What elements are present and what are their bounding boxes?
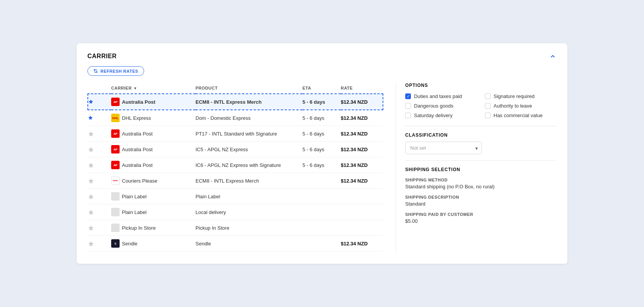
carrier-name: Plain Label [122, 209, 146, 215]
star-icon[interactable] [88, 131, 93, 136]
carrier-logo: DHL [111, 114, 120, 122]
table-row[interactable]: AP Australia Post IC6 - APGL NZ Express … [88, 157, 383, 173]
checkbox-duties[interactable] [405, 93, 411, 99]
product-cell: Dom - Domestic Express [196, 110, 302, 126]
row-actions [88, 173, 111, 189]
row-actions [88, 94, 111, 110]
shipping-method-label: SHIPPING METHOD [405, 178, 557, 182]
rate-cell: $12.34 NZD [341, 157, 383, 173]
carrier-table-section: CARRIER ▾ PRODUCT ETA RATE [87, 83, 383, 251]
carrier-logo: S [111, 239, 120, 248]
eta-cell: 5 - 6 days [302, 110, 341, 126]
carrier-cell: AP Australia Post [111, 126, 196, 142]
carrier-name: DHL Express [122, 115, 151, 121]
carrier-cell: Couriers Please [111, 173, 196, 189]
product-cell: ECM8 - INTL Express Merch [196, 94, 302, 110]
row-actions [88, 110, 111, 126]
table-row[interactable]: Plain Label Plain Label [88, 189, 383, 204]
shipping-description-field: SHIPPING DESCRIPTION Standard [405, 195, 557, 207]
shipping-paid-label: SHIPPING PAID BY CUSTOMER [405, 212, 557, 217]
row-actions [88, 204, 111, 220]
carrier-card: CARRIER REFRESH RATES CARRIER ▾ PRODU [77, 43, 567, 264]
row-actions [88, 126, 111, 142]
option-label-saturday: Saturday delivery [414, 113, 452, 118]
checkbox-commercial[interactable] [485, 113, 491, 118]
carrier-name: Australia Post [122, 147, 153, 152]
table-row[interactable]: AP Australia Post ECM8 - INTL Express Me… [88, 94, 383, 110]
rate-cell: $12.34 NZD [341, 94, 383, 110]
star-icon[interactable] [88, 162, 93, 168]
star-icon[interactable] [88, 147, 93, 152]
carrier-logo: AP [111, 145, 120, 154]
eta-cell: 5 - 6 days [302, 126, 341, 142]
carrier-table: CARRIER ▾ PRODUCT ETA RATE [87, 83, 383, 251]
row-actions [88, 236, 111, 251]
refresh-icon [93, 69, 98, 73]
shipping-selection-title: SHIPPING SELECTION [405, 167, 557, 172]
rate-cell: $12.34 NZD [341, 236, 383, 251]
eta-cell [302, 236, 341, 251]
table-row[interactable]: Pickup In Store Pickup In Store [88, 220, 383, 236]
option-authority: Authority to leave [485, 103, 557, 109]
carrier-logo [111, 176, 120, 185]
star-icon[interactable] [88, 209, 93, 215]
star-icon[interactable] [88, 178, 93, 183]
carrier-cell: AP Australia Post [111, 94, 196, 110]
section-divider-2 [405, 160, 557, 161]
classification-select-wrapper: Not setDocumentGiftSampleSale of GoodsRe… [405, 142, 482, 154]
options-section: OPTIONS Duties and taxes paid Signature … [396, 83, 557, 251]
classification-select[interactable]: Not setDocumentGiftSampleSale of GoodsRe… [405, 142, 482, 154]
carrier-cell: AP Australia Post [111, 142, 196, 157]
option-label-dangerous: Dangerous goods [414, 103, 453, 109]
refresh-rates-button[interactable]: REFRESH RATES [87, 66, 144, 76]
star-icon[interactable] [88, 115, 93, 121]
table-row[interactable]: AP Australia Post IC5 - APGL NZ Express … [88, 142, 383, 157]
checkbox-signature[interactable] [485, 93, 491, 99]
shipping-description-value: Standard [405, 201, 557, 207]
col-header-actions [88, 83, 111, 94]
option-label-duties: Duties and taxes paid [414, 93, 462, 99]
rate-cell [341, 204, 383, 220]
product-cell: Plain Label [196, 189, 302, 204]
eta-cell [302, 173, 341, 189]
checkbox-saturday[interactable] [405, 113, 411, 118]
table-row[interactable]: AP Australia Post PT17 - INTL Standard w… [88, 126, 383, 142]
option-label-signature: Signature required [494, 93, 535, 99]
carrier-name: Sendle [122, 241, 137, 247]
table-row[interactable]: DHL DHL Express Dom - Domestic Express 5… [88, 110, 383, 126]
rate-cell [341, 189, 383, 204]
product-cell: ECM8 - INTL Express Merch [196, 173, 302, 189]
row-actions [88, 142, 111, 157]
shipping-method-value: Standard shipping (no P.O Box, no rural) [405, 184, 557, 189]
eta-cell [302, 189, 341, 204]
eta-cell [302, 204, 341, 220]
carrier-name: Plain Label [122, 194, 146, 199]
shipping-paid-value: $5.00 [405, 218, 557, 224]
product-cell: IC6 - APGL NZ Express with Signature [196, 157, 302, 173]
table-row[interactable]: S Sendle Sendle $12.34 NZD [88, 236, 383, 251]
star-icon[interactable] [88, 99, 94, 105]
option-saturday: Saturday delivery [405, 113, 477, 118]
checkbox-dangerous[interactable] [405, 103, 411, 109]
eta-cell [302, 220, 341, 236]
product-cell: Sendle [196, 236, 302, 251]
collapse-icon[interactable] [549, 52, 557, 60]
table-row[interactable]: Couriers Please ECM8 - INTL Express Merc… [88, 173, 383, 189]
star-icon[interactable] [88, 194, 93, 199]
rate-cell: $12.34 NZD [341, 142, 383, 157]
eta-cell: 5 - 6 days [302, 157, 341, 173]
star-icon[interactable] [88, 225, 93, 230]
row-actions [88, 189, 111, 204]
star-icon[interactable] [88, 241, 93, 246]
product-cell: Pickup In Store [196, 220, 302, 236]
product-cell: PT17 - INTL Standard with Signature [196, 126, 302, 142]
table-row[interactable]: Plain Label Local delivery [88, 204, 383, 220]
checkbox-authority[interactable] [485, 103, 491, 109]
shipping-paid-field: SHIPPING PAID BY CUSTOMER $5.00 [405, 212, 557, 224]
carrier-logo: AP [111, 98, 120, 106]
product-cell: Local delivery [196, 204, 302, 220]
col-header-carrier[interactable]: CARRIER ▾ [111, 83, 196, 94]
carrier-logo [111, 208, 120, 216]
carrier-cell: Pickup In Store [111, 220, 196, 236]
carrier-cell: DHL DHL Express [111, 110, 196, 126]
